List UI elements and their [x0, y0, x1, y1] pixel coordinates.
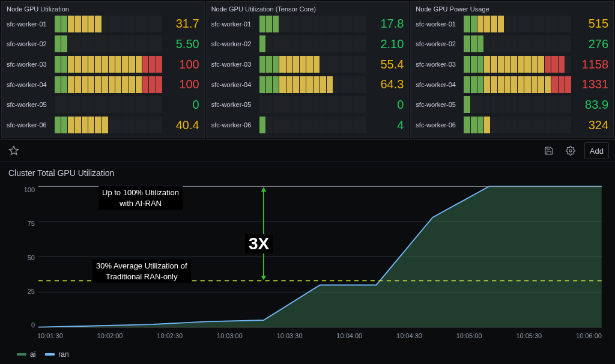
- row-label: sfc-worker-06: [416, 121, 464, 129]
- row-value: 83.9: [571, 98, 608, 112]
- panel-title: Node GPU Utilization (Tensor Core): [211, 5, 404, 13]
- row-value: 64.3: [366, 77, 404, 91]
- row-label: sfc-worker-02: [416, 40, 464, 47]
- svg-marker-10: [261, 276, 266, 280]
- row-value: 31.7: [162, 17, 199, 31]
- gauge-bar: [464, 76, 571, 93]
- gauge-bar: [259, 117, 367, 133]
- gauge-row: sfc-worker-031158: [416, 56, 608, 73]
- x-tick: 10:03:00: [217, 332, 243, 339]
- gauge-bar: [464, 35, 571, 52]
- annotation-3x: 3X: [245, 234, 273, 253]
- chart-area[interactable]: 1007550250 10:01:3010:02:0010:02:3010:03…: [8, 183, 607, 349]
- gauge-panel[interactable]: Node GPU Power Usagesfc-worker-01515sfc-…: [410, 1, 614, 138]
- gauge-row: sfc-worker-01515: [416, 16, 608, 32]
- row-label: sfc-worker-05: [416, 101, 464, 108]
- legend-swatch: [45, 353, 55, 356]
- legend-swatch: [17, 353, 26, 356]
- row-label: sfc-worker-05: [7, 101, 55, 108]
- gauge-row: sfc-worker-0355.4: [211, 56, 404, 73]
- chart-title: Cluster Total GPU Utilization: [8, 168, 607, 178]
- x-axis-ticks: 10:01:3010:02:0010:02:3010:03:0010:03:30…: [37, 332, 602, 339]
- gauge-row: sfc-worker-06324: [416, 117, 608, 133]
- gauge-row: sfc-worker-04100: [7, 76, 199, 93]
- gauge-panel[interactable]: Node GPU Utilizationsfc-worker-0131.7sfc…: [1, 1, 205, 138]
- gauge-bar: [259, 56, 367, 73]
- row-value: 100: [162, 58, 199, 71]
- gauge-bar: [464, 16, 571, 32]
- gauge-row: sfc-worker-0131.7: [7, 16, 199, 32]
- gauge-row: sfc-worker-0464.3: [211, 76, 404, 93]
- svg-point-0: [569, 150, 572, 152]
- x-tick: 10:02:00: [97, 332, 123, 339]
- row-label: sfc-worker-01: [211, 20, 259, 28]
- x-tick: 10:02:30: [157, 332, 183, 339]
- svg-marker-9: [261, 187, 266, 191]
- gauge-bar: [55, 16, 162, 32]
- gauge-bar: [55, 117, 162, 133]
- top-panels: Node GPU Utilizationsfc-worker-0131.7sfc…: [0, 0, 615, 139]
- row-value: 1158: [571, 58, 608, 71]
- row-label: sfc-worker-01: [416, 20, 464, 28]
- row-value: 2.10: [366, 37, 404, 51]
- row-label: sfc-worker-03: [211, 61, 259, 68]
- gauge-bar: [55, 56, 162, 73]
- star-icon[interactable]: [6, 143, 22, 159]
- row-label: sfc-worker-06: [211, 121, 259, 129]
- gauge-bar: [55, 96, 162, 113]
- annotation-top: Up to 100% Utilizationwith AI-RAN: [98, 186, 183, 210]
- row-value: 515: [571, 17, 608, 31]
- gauge-row: sfc-worker-02276: [416, 35, 608, 52]
- legend-item[interactable]: ai: [17, 350, 35, 359]
- row-value: 55.4: [366, 58, 404, 71]
- row-value: 1331: [571, 77, 608, 91]
- legend-label: ran: [58, 350, 68, 359]
- row-label: sfc-worker-02: [7, 40, 55, 47]
- gauge-row: sfc-worker-050: [7, 96, 199, 113]
- chart-panel: Cluster Total GPU Utilization 1007550250…: [0, 162, 615, 363]
- gear-icon[interactable]: [563, 143, 578, 159]
- row-label: sfc-worker-03: [416, 61, 464, 68]
- row-value: 0: [366, 98, 404, 112]
- row-label: sfc-worker-04: [7, 81, 55, 88]
- gauge-bar: [464, 117, 571, 133]
- gauge-bar: [259, 76, 367, 93]
- gauge-bar: [55, 76, 162, 93]
- panel-title: Node GPU Power Usage: [416, 5, 608, 13]
- legend-item[interactable]: ran: [45, 350, 68, 359]
- row-value: 276: [571, 37, 608, 51]
- row-value: 100: [162, 77, 199, 91]
- gauge-bar: [259, 16, 367, 32]
- row-value: 324: [571, 118, 608, 132]
- row-label: sfc-worker-01: [7, 20, 55, 28]
- gauge-row: sfc-worker-050: [211, 96, 404, 113]
- gauge-bar: [259, 96, 367, 113]
- row-value: 40.4: [162, 118, 199, 132]
- x-tick: 10:05:30: [516, 332, 542, 339]
- gauge-row: sfc-worker-022.10: [211, 35, 404, 52]
- row-value: 5.50: [162, 37, 199, 51]
- row-label: sfc-worker-04: [416, 81, 464, 88]
- panel-title: Node GPU Utilization: [7, 5, 199, 13]
- add-button[interactable]: Add: [584, 142, 609, 159]
- panel-toolbar: Add: [0, 139, 615, 162]
- gauge-row: sfc-worker-064: [211, 117, 404, 133]
- x-tick: 10:04:30: [396, 332, 422, 339]
- gauge-row: sfc-worker-0640.4: [7, 117, 199, 133]
- chart-legend: airan: [8, 349, 607, 359]
- gauge-bar: [55, 35, 162, 52]
- gauge-bar: [464, 96, 571, 113]
- legend-label: ai: [30, 350, 35, 359]
- gauge-panel[interactable]: Node GPU Utilization (Tensor Core)sfc-wo…: [206, 1, 410, 138]
- row-label: sfc-worker-02: [211, 40, 259, 47]
- row-value: 0: [162, 98, 199, 112]
- save-icon[interactable]: [541, 143, 557, 159]
- row-label: sfc-worker-06: [7, 121, 55, 129]
- x-tick: 10:03:30: [277, 332, 303, 339]
- gauge-row: sfc-worker-0117.8: [211, 16, 404, 32]
- x-tick: 10:05:00: [456, 332, 482, 339]
- row-value: 4: [366, 118, 404, 132]
- row-label: sfc-worker-03: [7, 61, 55, 68]
- gauge-bar: [259, 35, 367, 52]
- gauge-row: sfc-worker-0583.9: [416, 96, 608, 113]
